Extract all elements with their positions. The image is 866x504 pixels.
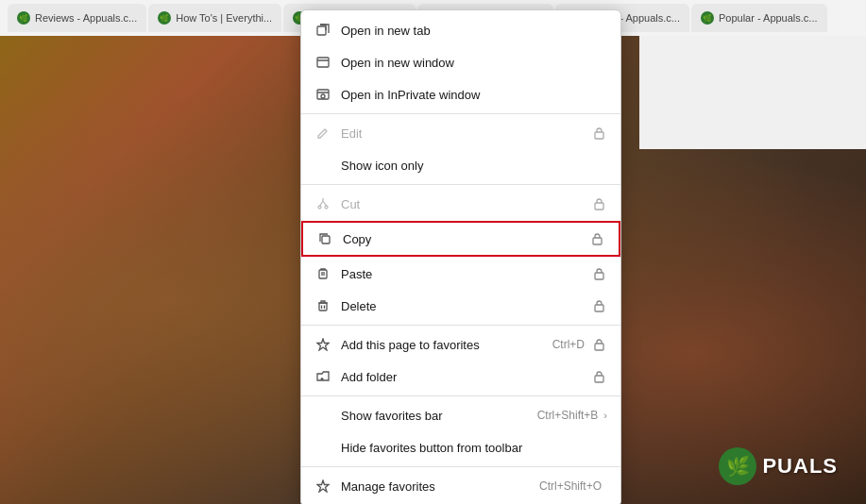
svg-rect-16	[593, 238, 602, 244]
show-favorites-bar-shortcut: Ctrl+Shift+B	[537, 409, 599, 422]
menu-item-delete[interactable]: Delete	[301, 290, 620, 322]
add-favorites-shortcut: Ctrl+D	[552, 338, 585, 351]
svg-line-11	[320, 201, 324, 206]
menu-item-show-icon-only[interactable]: Show icon only	[301, 149, 620, 181]
context-menu: Open in new tab Open in new window Open …	[300, 9, 621, 504]
edit-icon	[314, 125, 331, 142]
manage-favorites-shortcut: Ctrl+Shift+O	[539, 479, 602, 493]
svg-rect-8	[595, 132, 603, 139]
menu-item-copy[interactable]: Copy	[303, 223, 619, 255]
menu-item-add-favorites[interactable]: Add this page to favorites Ctrl+D	[301, 328, 620, 361]
add-folder-lock-icon	[590, 368, 607, 385]
cut-lock-icon	[590, 195, 607, 212]
add-favorites-label: Add this page to favorites	[341, 338, 552, 352]
edit-label: Edit	[341, 126, 590, 141]
tab-popular[interactable]: 🌿 Popular - Appuals.c...	[691, 4, 827, 32]
svg-rect-24	[595, 305, 603, 311]
copy-icon	[316, 230, 333, 247]
separator-1	[301, 113, 620, 114]
menu-item-add-folder[interactable]: Add folder	[301, 361, 620, 393]
copy-label: Copy	[343, 232, 588, 246]
tab-howtos[interactable]: 🌿 How To's | Everythi...	[148, 4, 281, 32]
menu-item-cut[interactable]: Cut	[301, 188, 620, 220]
hide-favorites-button-icon	[314, 439, 331, 456]
svg-rect-26	[595, 344, 603, 350]
svg-rect-0	[317, 26, 326, 35]
watermark: 🌿 PUALS	[719, 447, 838, 485]
edit-lock-icon	[590, 125, 607, 142]
separator-4	[301, 395, 620, 396]
open-new-window-icon	[314, 54, 331, 71]
svg-point-7	[321, 94, 325, 98]
menu-item-open-new-tab[interactable]: Open in new tab	[301, 14, 620, 46]
svg-rect-3	[317, 58, 329, 67]
tab-reviews[interactable]: 🌿 Reviews - Appuals.c...	[8, 4, 146, 32]
add-favorites-lock-icon	[590, 336, 607, 353]
tab-icon-howtos: 🌿	[158, 11, 171, 25]
tab-icon-reviews: 🌿	[17, 11, 30, 25]
menu-item-paste[interactable]: Paste	[301, 258, 620, 290]
separator-2	[301, 184, 620, 185]
copy-lock-icon	[588, 230, 605, 247]
show-favorites-bar-icon	[314, 407, 331, 424]
paste-label: Paste	[341, 267, 590, 281]
show-favorites-bar-arrow: ›	[603, 410, 607, 421]
open-inprivate-icon	[314, 86, 331, 103]
svg-marker-30	[317, 480, 329, 492]
svg-marker-25	[317, 339, 329, 350]
add-folder-icon	[314, 368, 331, 385]
add-folder-label: Add folder	[341, 370, 590, 384]
svg-rect-21	[319, 303, 327, 311]
svg-rect-29	[595, 376, 603, 382]
add-favorites-icon	[314, 336, 331, 353]
menu-item-hide-favorites-button[interactable]: Hide favorites button from toolbar	[301, 431, 620, 463]
open-new-window-label: Open in new window	[341, 56, 607, 70]
svg-point-10	[325, 206, 328, 209]
watermark-icon: 🌿	[719, 447, 756, 485]
hide-favorites-button-label: Hide favorites button from toolbar	[341, 441, 607, 455]
svg-rect-15	[322, 236, 330, 244]
menu-item-open-inprivate[interactable]: Open in InPrivate window	[301, 78, 620, 110]
right-panel	[639, 36, 866, 149]
manage-favorites-icon	[314, 478, 331, 495]
open-new-tab-icon	[314, 22, 331, 39]
svg-rect-14	[595, 203, 603, 210]
svg-point-9	[318, 206, 321, 209]
separator-3	[301, 325, 620, 326]
watermark-text: PUALS	[762, 454, 838, 479]
show-favorites-bar-label: Show favorites bar	[341, 409, 537, 423]
menu-item-show-favorites-bar[interactable]: Show favorites bar Ctrl+Shift+B ›	[301, 399, 620, 431]
delete-lock-icon	[590, 297, 607, 314]
delete-label: Delete	[341, 299, 590, 313]
show-icon-only-label: Show icon only	[341, 159, 607, 173]
paste-icon	[314, 265, 331, 282]
delete-icon	[314, 297, 331, 314]
menu-item-manage-favorites[interactable]: Manage favorites Ctrl+Shift+O	[301, 470, 620, 502]
open-new-tab-label: Open in new tab	[341, 24, 607, 38]
cut-icon	[314, 195, 331, 212]
cut-label: Cut	[341, 197, 590, 211]
paste-lock-icon	[590, 265, 607, 282]
svg-rect-20	[595, 273, 603, 279]
show-icon-only-icon	[314, 157, 331, 174]
tab-icon-popular: 🌿	[701, 11, 714, 25]
separator-5	[301, 466, 620, 467]
manage-favorites-label: Manage favorites	[341, 479, 539, 494]
menu-item-open-new-window[interactable]: Open in new window	[301, 46, 620, 78]
svg-line-12	[323, 201, 327, 206]
menu-item-edit[interactable]: Edit	[301, 117, 620, 149]
open-inprivate-label: Open in InPrivate window	[341, 88, 607, 102]
